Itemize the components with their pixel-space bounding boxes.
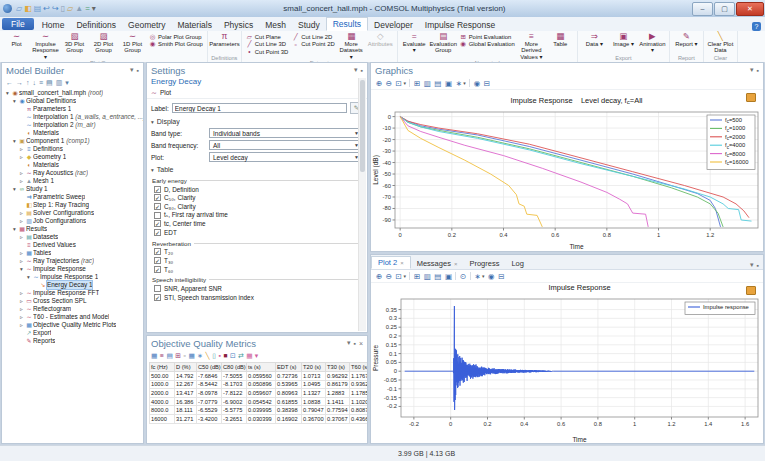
tree-collapsed-icon[interactable]: ▹ (18, 169, 25, 177)
1d-plot-group-button[interactable]: ∼1D Plot Group (118, 32, 147, 54)
tab-geometry[interactable]: Geometry (122, 19, 171, 31)
tab-impulse-response[interactable]: Impulse Response (419, 19, 501, 31)
show-grid-icon[interactable]: ⊞ (414, 272, 420, 281)
table-surface-icon[interactable]: ▪ (218, 352, 220, 359)
zoom-in-icon[interactable]: ⊕ (376, 79, 382, 88)
close-tab-icon[interactable]: × (454, 261, 458, 267)
animation-button[interactable]: ▶Animation ▾ (638, 32, 667, 54)
redo-icon[interactable]: ↪ (52, 4, 59, 13)
plot-button[interactable]: ∼Plot (2, 32, 31, 47)
tree-item-interpolation-2-m-air[interactable]: ∼Interpolation 2 (m_air) (2, 121, 143, 129)
tree-item-results[interactable]: ▾▦Results (2, 225, 143, 233)
checkbox-snr-apparent-snr[interactable] (154, 285, 161, 292)
zoom-extents-icon[interactable]: ⊡ (396, 79, 402, 88)
tree-collapsed-icon[interactable]: ▹ (18, 289, 25, 297)
table-row[interactable]: 500.0014.792-7.6846-7.50550.0595600.7273… (150, 372, 368, 381)
panel-menu-chevron-icon[interactable]: ▾ (130, 66, 134, 74)
tree-collapsed-icon[interactable]: ▹ (18, 233, 25, 241)
tree-item-step-1-ray-tracing[interactable]: ◧Step 1: Ray Tracing (2, 201, 143, 209)
split-vertical-icon[interactable]: ▥ (424, 272, 431, 281)
combo-band-type[interactable]: Individual bands▼ (209, 128, 363, 138)
copy-icon[interactable]: ▯ (61, 4, 65, 13)
checkbox-t-first-ray-arrival-time[interactable] (154, 212, 161, 219)
table-window-icon[interactable]: ▤ (166, 352, 172, 360)
split-horizontal-icon[interactable]: ▤ (434, 272, 441, 281)
print-icon[interactable]: ⊟ (484, 79, 490, 88)
checkbox-tc-center-time[interactable]: ✓ (154, 220, 161, 227)
tab-log[interactable]: Log (505, 258, 530, 269)
tree-expanded-icon[interactable]: ▾ (11, 225, 18, 233)
tree-expanded-icon[interactable]: ▾ (18, 265, 25, 273)
tree-item-impulse-response-fft[interactable]: ▹∼Impulse Response FFT (2, 289, 143, 297)
tree-item-export[interactable]: ↗Export (2, 329, 143, 337)
pin-icon[interactable]: ▪ (353, 340, 355, 347)
tree-item-component-1-comp1[interactable]: ▾▣Component 1 (comp1) (2, 137, 143, 145)
model-wizard-icon[interactable]: ▱ (16, 4, 22, 13)
tree-collapsed-icon[interactable]: ▹ (18, 177, 25, 185)
tab-progress[interactable]: Progress (463, 258, 505, 269)
tree-item-parameters-1[interactable]: πParameters 1 (2, 105, 143, 113)
checkbox-t[interactable]: ✓ (154, 266, 161, 273)
tree-item-solver-configurations[interactable]: ▹▤Solver Configurations (2, 209, 143, 217)
tree-item-definitions[interactable]: ▹≡Definitions (2, 145, 143, 153)
tab-home[interactable]: Home (36, 19, 71, 31)
tab-file[interactable]: File (2, 18, 34, 30)
node-grouping-icon[interactable]: ▥ (56, 79, 63, 87)
cut-point-3d-button[interactable]: •Cut Point 3D (244, 48, 290, 56)
checkbox-edt[interactable]: ✓ (154, 229, 161, 236)
image-snapshot-icon[interactable]: ◉ (474, 79, 481, 88)
move-table-icon[interactable]: ⇄ (238, 352, 244, 360)
close-tab-icon[interactable]: × (400, 260, 404, 266)
tree-collapsed-icon[interactable]: ▹ (18, 249, 25, 257)
parameters-button[interactable]: πParameters (210, 32, 239, 47)
panel-menu-chevron-icon[interactable]: ▾ (354, 66, 358, 74)
cut-line-3d-button[interactable]: ╱Cut Line 3D (244, 41, 290, 49)
tree-item-impulse-response-1[interactable]: ▾∼Impulse Response 1 (2, 273, 143, 281)
report-button[interactable]: ✎Report ▾ (672, 32, 701, 47)
plot-button[interactable]: Plot (160, 89, 171, 96)
tree-item-materials[interactable]: ◐Materials (2, 161, 143, 169)
plot-settings-icon[interactable]: ∗ (474, 272, 480, 281)
paste-icon[interactable]: ▱ (67, 4, 73, 13)
checkbox-c-clarity[interactable]: ✓ (154, 194, 161, 201)
smith-plot-group-button[interactable]: ◉Smith Plot Group (147, 41, 205, 49)
tree-collapsed-icon[interactable]: ▹ (18, 217, 25, 225)
tree-item-t60-estimates-and-model[interactable]: ▹∼T60 - Estimates and Model (2, 313, 143, 321)
tree-collapsed-icon[interactable]: ▹ (18, 321, 25, 329)
tab-mesh[interactable]: Mesh (259, 19, 292, 31)
evaluation-group-button[interactable]: ▤Evaluation Group (429, 32, 458, 54)
pin-icon[interactable]: ▪ (757, 67, 759, 74)
table-row[interactable]: 2000.013.417-8.0978-7.81220.0596070.8096… (150, 389, 368, 398)
impulse-response-button[interactable]: ∼Impulse Response ▾ (31, 32, 60, 60)
model-tree-display-icon[interactable]: ▤ (46, 79, 53, 87)
table-section-header[interactable]: ▾ Table (147, 164, 367, 174)
panel-menu-chevron-icon[interactable]: ▾ (347, 339, 351, 347)
tab-developer[interactable]: Developer (368, 19, 419, 31)
tree-collapsed-icon[interactable]: ▹ (18, 209, 25, 217)
more-datasets-button[interactable]: ▦More Datasets ▾ (337, 32, 366, 60)
tree-item-mesh-1[interactable]: ▹▲Mesh 1 (2, 177, 143, 185)
move-up-icon[interactable]: ↑ (26, 79, 30, 86)
open-file-icon[interactable]: ◧ (24, 4, 32, 13)
tab-plot-2[interactable]: Plot 2× (371, 256, 411, 269)
single-window-icon[interactable]: ▣ (445, 272, 452, 281)
cell-format-icon[interactable]: ≡ (160, 352, 164, 359)
tree-item-tables[interactable]: ▹▦Tables (2, 249, 143, 257)
tree-item-parametric-sweep[interactable]: ⇉Parametric Sweep (2, 193, 143, 201)
display-table-icon[interactable]: ▦ (188, 352, 194, 360)
tree-expanded-icon[interactable]: ▾ (11, 137, 18, 145)
tree-collapsed-icon[interactable]: ▹ (18, 145, 25, 153)
impulse-response-chart[interactable]: -0.200.20.40.60.811.21.41.60.350.30.250.… (371, 283, 763, 449)
copy-table-icon[interactable]: ▯ (212, 352, 216, 360)
tree-collapsed-icon[interactable]: ▹ (18, 297, 25, 305)
undo-icon[interactable]: ↩ (43, 4, 50, 13)
tree-item-ray-trajectories-rac[interactable]: ▹∼Ray Trajectories (rac) (2, 257, 143, 265)
print-icon[interactable]: ⊟ (498, 272, 504, 281)
label-input[interactable] (172, 103, 347, 113)
tree-item-ray-acoustics-rac[interactable]: ▹∼Ray Acoustics (rac) (2, 169, 143, 177)
table-row[interactable]: 1600031.271-3.4200-3.26510.0303990.16902… (150, 414, 368, 423)
cut-line-2d-button[interactable]: ╱Cut Line 2D (290, 33, 336, 41)
tree-item-global-definitions[interactable]: ▾◉Global Definitions (2, 97, 143, 105)
checkbox-d-definition[interactable]: ✓ (154, 186, 161, 193)
tree-expanded-icon[interactable]: ▾ (25, 273, 32, 281)
